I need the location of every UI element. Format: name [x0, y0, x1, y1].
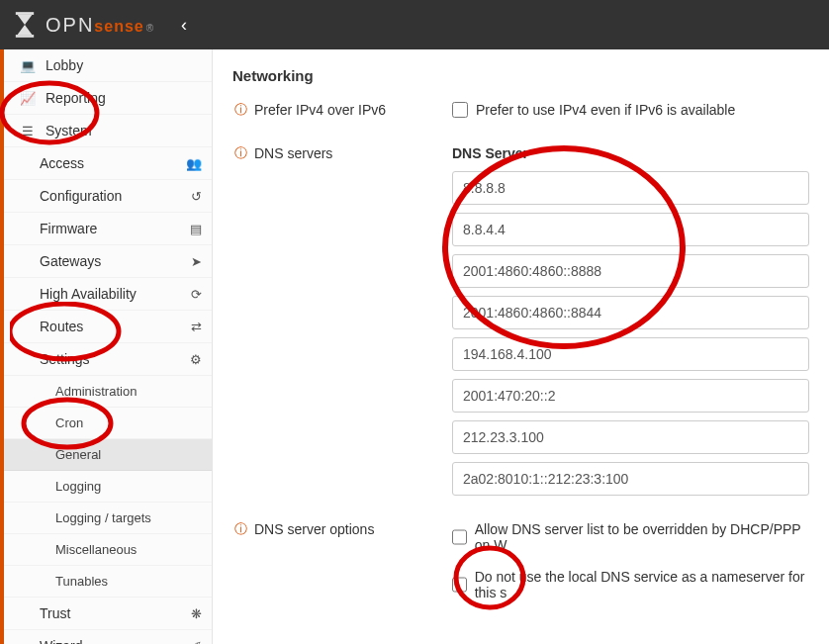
row-dns-servers: ⓘ DNS servers DNS Server	[232, 145, 809, 504]
nav-trust-label: Trust	[40, 605, 184, 621]
laptop-icon: 💻	[18, 58, 38, 73]
cogs-icon: ⚙	[184, 352, 202, 367]
prefer-ipv4-desc: Prefer to use IPv4 even if IPv6 is avail…	[476, 102, 735, 118]
info-icon[interactable]: ⓘ	[232, 145, 248, 161]
logo-text: OPNsense®	[46, 14, 153, 37]
dns-input-3[interactable]	[452, 296, 809, 329]
nav-tunables[interactable]: Tunables	[4, 566, 212, 598]
nav-lobby[interactable]: 💻Lobby	[4, 49, 212, 82]
dns-input-6[interactable]	[452, 420, 809, 454]
dns-option-nolocal-line: Do not use the local DNS service as a na…	[452, 569, 809, 600]
nav-miscellaneous-label: Miscellaneous	[55, 542, 202, 557]
prefer-ipv4-label-wrap: ⓘ Prefer IPv4 over IPv6	[232, 102, 452, 118]
dns-server-header: DNS Server	[452, 145, 809, 161]
server-icon: ☰	[18, 124, 38, 138]
dns-input-4[interactable]	[452, 337, 809, 371]
nav-administration[interactable]: Administration	[4, 376, 212, 408]
nav-gateways-label: Gateways	[40, 253, 184, 269]
nav-cron-label: Cron	[55, 415, 202, 430]
nav-reporting[interactable]: 📈Reporting	[4, 82, 212, 115]
dns-option-nolocal-text: Do not use the local DNS service as a na…	[475, 569, 809, 600]
route-icon: ⇄	[184, 320, 202, 334]
nav-trust[interactable]: Trust❋	[4, 598, 212, 630]
nav-miscellaneous[interactable]: Miscellaneous	[4, 534, 212, 566]
users-icon: 👥	[184, 156, 202, 171]
dns-options-label: DNS server options	[254, 521, 374, 537]
dns-input-5[interactable]	[452, 379, 809, 413]
nav-wizard-label: Wizard	[40, 638, 184, 644]
nav-system-label: System	[46, 123, 202, 138]
history-icon: ↺	[184, 189, 202, 204]
row-prefer-ipv4: ⓘ Prefer IPv4 over IPv6 Prefer to use IP…	[232, 102, 809, 128]
svg-rect-1	[16, 35, 34, 38]
svg-rect-0	[16, 12, 34, 15]
prefer-ipv4-label: Prefer IPv4 over IPv6	[254, 102, 386, 118]
sun-icon: ❋	[184, 606, 202, 621]
nav-system[interactable]: ☰System	[4, 115, 212, 147]
nav-reporting-label: Reporting	[46, 90, 202, 106]
nav-logging-label: Logging	[55, 479, 202, 494]
arrow-icon: ➤	[184, 254, 202, 269]
info-icon[interactable]: ⓘ	[232, 102, 248, 118]
row-dns-options: ⓘ DNS server options Allow DNS server li…	[232, 521, 809, 610]
collapse-toggle-icon[interactable]: ‹	[181, 15, 187, 36]
nav-configuration[interactable]: Configuration↺	[4, 180, 212, 213]
section-networking-title: Networking	[232, 67, 809, 84]
nav-general-label: General	[55, 447, 202, 462]
nav-access-label: Access	[40, 155, 184, 171]
dns-input-1[interactable]	[452, 213, 809, 246]
dns-input-0[interactable]	[452, 171, 809, 205]
main-content: Networking ⓘ Prefer IPv4 over IPv6 Prefe…	[213, 49, 829, 644]
logo-opn: OPN	[46, 14, 94, 37]
nav-firmware-label: Firmware	[40, 221, 184, 236]
dns-options-label-wrap: ⓘ DNS server options	[232, 521, 452, 537]
nav-access[interactable]: Access👥	[4, 147, 212, 180]
nav-ha-label: High Availability	[40, 286, 184, 302]
dns-option-nolocal-checkbox[interactable]	[452, 577, 467, 593]
prefer-ipv4-checkbox[interactable]	[452, 102, 468, 118]
prefer-ipv4-checkbox-line: Prefer to use IPv4 even if IPv6 is avail…	[452, 102, 809, 118]
nav-tunables-label: Tunables	[55, 574, 202, 589]
nav-high-availability[interactable]: High Availability⟳	[4, 278, 212, 311]
dns-option-override-line: Allow DNS server list to be overridden b…	[452, 521, 809, 553]
logo-sense: sense	[94, 18, 143, 36]
nav-administration-label: Administration	[55, 384, 202, 399]
nav-lobby-label: Lobby	[46, 57, 202, 73]
chart-icon: 📈	[18, 91, 38, 106]
dns-option-override-checkbox[interactable]	[452, 529, 467, 545]
magic-icon: ✐	[184, 639, 202, 645]
disk-icon: ▤	[184, 222, 202, 236]
logo-reg: ®	[146, 23, 153, 34]
logo-icon	[10, 10, 40, 40]
nav-routes[interactable]: Routes⇄	[4, 311, 212, 343]
sidebar: 💻Lobby 📈Reporting ☰System Access👥 Config…	[0, 49, 213, 644]
nav-configuration-label: Configuration	[40, 188, 184, 204]
layout: 💻Lobby 📈Reporting ☰System Access👥 Config…	[0, 49, 829, 644]
dns-input-2[interactable]	[452, 254, 809, 288]
nav-logging-targets-label: Logging / targets	[55, 510, 202, 525]
nav-cron[interactable]: Cron	[4, 408, 212, 439]
info-icon[interactable]: ⓘ	[232, 521, 248, 537]
dns-input-7[interactable]	[452, 462, 809, 496]
nav-general[interactable]: General	[4, 439, 212, 471]
dns-servers-label: DNS servers	[254, 145, 332, 161]
nav-wizard[interactable]: Wizard✐	[4, 630, 212, 644]
dns-servers-label-wrap: ⓘ DNS servers	[232, 145, 452, 161]
nav-routes-label: Routes	[40, 319, 184, 334]
nav-logging-targets[interactable]: Logging / targets	[4, 503, 212, 534]
nav-logging[interactable]: Logging	[4, 471, 212, 503]
nav-settings-label: Settings	[40, 351, 184, 367]
dns-option-override-text: Allow DNS server list to be overridden b…	[475, 521, 809, 553]
nav-gateways[interactable]: Gateways➤	[4, 245, 212, 278]
refresh-icon: ⟳	[184, 287, 202, 302]
nav-settings[interactable]: Settings⚙	[4, 343, 212, 376]
nav-firmware[interactable]: Firmware▤	[4, 213, 212, 245]
topbar: OPNsense® ‹	[0, 0, 829, 49]
